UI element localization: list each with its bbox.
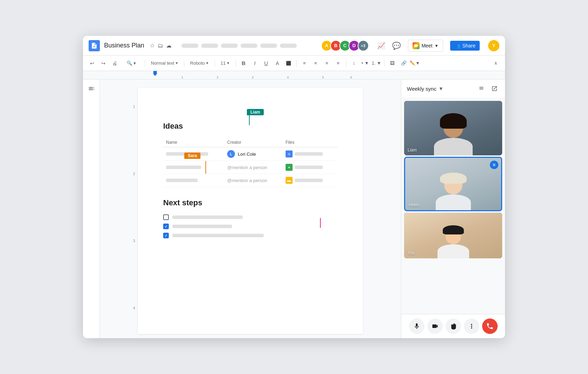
title-icons: ☆ 🗂 ☁ bbox=[150, 42, 172, 49]
liam-cursor-line bbox=[249, 115, 250, 125]
text-color-button[interactable]: A bbox=[273, 58, 282, 68]
video-controls bbox=[401, 314, 505, 338]
highlight-button[interactable]: ⬛ bbox=[284, 58, 294, 68]
chat-icon[interactable]: 💬 bbox=[392, 41, 401, 50]
meeting-dropdown-icon[interactable]: ▼ bbox=[439, 86, 443, 91]
table-row: Sara @mention a person + bbox=[163, 161, 338, 174]
next-steps-section: Next steps Helen bbox=[163, 198, 338, 238]
end-call-button[interactable] bbox=[482, 318, 498, 334]
ruler-cursor bbox=[153, 71, 157, 76]
size-label: 11 bbox=[220, 60, 225, 66]
menu-item bbox=[201, 44, 218, 48]
share-icon: 👥 bbox=[454, 43, 460, 49]
document-title: Business Plan bbox=[104, 42, 144, 49]
table-cell-name: Sara bbox=[163, 161, 224, 174]
table-header-name: Name bbox=[163, 138, 224, 147]
bold-button[interactable]: B bbox=[239, 58, 249, 68]
align-right-button[interactable]: ≡ bbox=[322, 58, 332, 68]
mention-text: @mention a person bbox=[227, 178, 267, 183]
avatar-5: +3 bbox=[358, 40, 369, 51]
left-sidebar bbox=[83, 79, 100, 338]
outline-icon[interactable] bbox=[87, 84, 96, 94]
checkbox-1[interactable] bbox=[163, 214, 169, 220]
next-steps-title: Next steps bbox=[163, 198, 338, 207]
collapse-toolbar-button[interactable]: ∧ bbox=[491, 58, 501, 68]
numbered-list-button[interactable]: 1. ▼ bbox=[372, 58, 382, 68]
tile-name-liam: Liam bbox=[408, 148, 417, 153]
font-label: Roboto bbox=[190, 60, 205, 66]
star-icon[interactable]: ☆ bbox=[150, 42, 155, 49]
menu-item bbox=[221, 44, 238, 48]
font-chevron-icon: ▼ bbox=[205, 61, 209, 65]
table-cell-files: + bbox=[283, 161, 338, 174]
table-header-creator: Creator bbox=[224, 138, 283, 147]
print-button[interactable]: 🖨 bbox=[110, 58, 120, 68]
mention-text: @mention a person bbox=[227, 165, 267, 170]
video-tile-helen[interactable]: Helen bbox=[404, 157, 502, 211]
file-docs-icon: ≡ bbox=[286, 150, 293, 157]
table-row: @mention a person ▬ bbox=[163, 174, 338, 187]
style-chevron-icon: ▼ bbox=[175, 61, 178, 65]
checkbox-3[interactable] bbox=[163, 233, 169, 238]
bullets-button[interactable]: • ▼ bbox=[360, 58, 370, 68]
user-avatar[interactable]: Y bbox=[488, 40, 499, 51]
meet-chevron-icon: ▼ bbox=[435, 44, 439, 48]
insert-image-button[interactable]: 🖼 bbox=[388, 58, 397, 68]
ruler-mark-2: 2 bbox=[217, 76, 218, 79]
file-slides-icon: ▬ bbox=[286, 177, 293, 184]
align-left-button[interactable]: ≡ bbox=[300, 58, 309, 68]
ruler-mark-4: 4 bbox=[287, 76, 289, 79]
ruler-mark-3: 3 bbox=[252, 76, 254, 79]
folder-icon[interactable]: 🗂 bbox=[158, 43, 163, 49]
comment-button[interactable]: ✏️▼ bbox=[410, 58, 420, 68]
raise-hand-button[interactable] bbox=[446, 318, 461, 334]
font-size-select[interactable]: 11 ▼ bbox=[218, 58, 232, 68]
underline-button[interactable]: U bbox=[261, 58, 271, 68]
meeting-title: Weekly sync bbox=[407, 86, 436, 92]
trending-icon[interactable]: 📈 bbox=[377, 42, 385, 50]
checkbox-2[interactable] bbox=[163, 224, 169, 229]
page-num-3: 3 bbox=[133, 239, 135, 243]
main-area: 1 2 3 4 Liam Ideas Name Creator bbox=[83, 79, 505, 338]
title-bar: Business Plan ☆ 🗂 ☁ A B C D +3 📈 💬 bbox=[83, 36, 505, 56]
align-justify-button[interactable]: ≡ bbox=[333, 58, 343, 68]
mic-button[interactable] bbox=[409, 318, 424, 334]
video-tile-liam[interactable]: Liam bbox=[404, 101, 502, 155]
sara-cursor-line bbox=[205, 161, 206, 174]
table-cell-files: ▬ bbox=[283, 174, 338, 187]
table-header-files: Files bbox=[283, 138, 338, 147]
meet-button[interactable]: Meet ▼ bbox=[408, 40, 443, 52]
insert-link-button[interactable]: 🔗 bbox=[399, 58, 409, 68]
undo-button[interactable]: ↩ bbox=[87, 58, 97, 68]
app-window: Business Plan ☆ 🗂 ☁ A B C D +3 📈 💬 bbox=[83, 36, 505, 338]
camera-button[interactable] bbox=[427, 318, 443, 334]
line-spacing-button[interactable]: ↕ bbox=[349, 58, 359, 68]
more-options-button[interactable] bbox=[464, 318, 479, 334]
collaborator-avatars: A B C D +3 bbox=[321, 40, 369, 51]
redo-button[interactable]: ↪ bbox=[98, 58, 108, 68]
doc-page[interactable]: 1 2 3 4 Liam Ideas Name Creator bbox=[138, 88, 363, 334]
video-tile-you[interactable]: You bbox=[404, 213, 502, 258]
ideas-section-title: Ideas bbox=[163, 122, 338, 131]
video-panel: Weekly sync ▼ bbox=[401, 79, 505, 338]
italic-button[interactable]: I bbox=[250, 58, 260, 68]
page-num-4: 4 bbox=[133, 306, 135, 310]
table-cell-creator: @mention a person bbox=[224, 161, 283, 174]
sara-cursor-tag: Sara bbox=[184, 153, 200, 159]
align-center-button[interactable]: ≡ bbox=[311, 58, 321, 68]
tile-name-you: You bbox=[408, 251, 415, 256]
text-style-select[interactable]: Normal text ▼ bbox=[148, 58, 181, 68]
font-select[interactable]: Roboto ▼ bbox=[187, 58, 212, 68]
table-cell-creator: L Lori Cole bbox=[224, 147, 283, 161]
cloud-icon[interactable]: ☁ bbox=[166, 42, 172, 49]
share-label: Share bbox=[462, 43, 475, 49]
table-cell-files: ≡ bbox=[283, 147, 338, 161]
toolbar: ↩ ↪ 🖨 🔍▼ Normal text ▼ Roboto ▼ 11 ▼ B I… bbox=[83, 56, 505, 71]
zoom-button[interactable]: 🔍▼ bbox=[121, 58, 142, 68]
table-cell-creator: @mention a person bbox=[224, 174, 283, 187]
video-panel-header: Weekly sync ▼ bbox=[401, 79, 505, 98]
video-tiles: Liam bbox=[401, 98, 505, 314]
panel-expand-button[interactable] bbox=[490, 84, 499, 94]
share-button[interactable]: 👥 Share bbox=[450, 41, 480, 51]
panel-layout-button[interactable] bbox=[477, 84, 487, 94]
